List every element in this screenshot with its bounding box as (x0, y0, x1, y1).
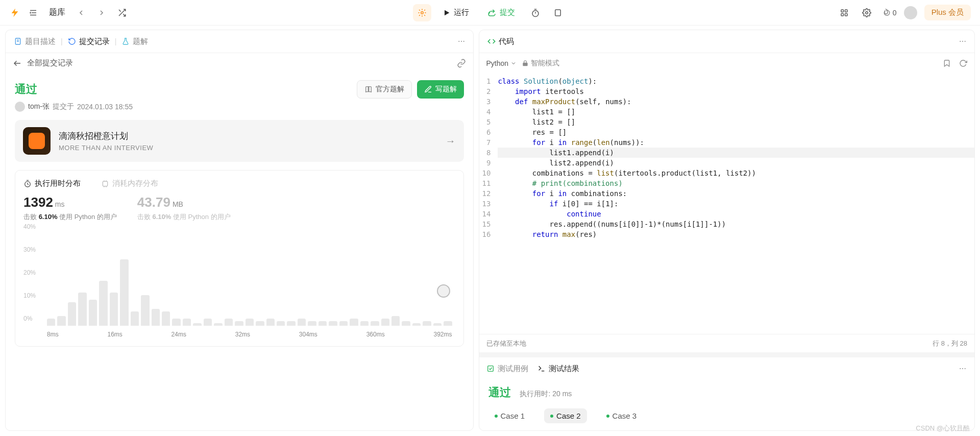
history-icon (68, 37, 76, 45)
histogram-bar[interactable] (214, 323, 222, 326)
histogram-bar[interactable] (318, 321, 327, 326)
official-solution-button[interactable]: 官方题解 (357, 80, 412, 99)
histogram-bar[interactable] (235, 321, 243, 326)
code-editor[interactable]: 12345678910111213141516 class Solution(o… (479, 73, 974, 334)
submitter-name[interactable]: tom-张 (28, 102, 50, 111)
histogram-bar[interactable] (162, 311, 170, 326)
results-more-icon[interactable]: ⋯ (959, 365, 967, 373)
histogram-bar[interactable] (423, 321, 431, 326)
histogram-bar[interactable] (266, 319, 275, 326)
language-selector[interactable]: Python (486, 59, 517, 67)
code-tab-label: 代码 (499, 37, 514, 46)
streak-indicator[interactable]: 0 (881, 8, 897, 17)
shuffle-icon[interactable] (114, 5, 130, 21)
tab-description[interactable]: 题目描述 (13, 35, 57, 49)
promo-card[interactable]: 滴滴秋招橙意计划 MORE THAN AN INTERVIEW → (15, 120, 464, 162)
left-more-icon[interactable]: ⋯ (458, 37, 466, 45)
histogram-bar[interactable] (183, 319, 191, 326)
tab-results-label: 测试结果 (549, 364, 579, 374)
case-tab[interactable]: Case 1 (488, 408, 531, 423)
cursor-position: 行 8，列 28 (933, 339, 967, 348)
logo-icon[interactable] (9, 7, 20, 18)
tab-testcases[interactable]: 测试用例 (486, 364, 528, 374)
stats-tab-memory-label: 消耗内存分布 (112, 179, 158, 188)
histogram-bar[interactable] (360, 321, 369, 326)
histogram-bar[interactable] (193, 323, 201, 326)
code-more-icon[interactable]: ⋯ (959, 37, 967, 45)
debug-icon[interactable] (413, 4, 431, 21)
histogram-bar[interactable] (412, 323, 421, 326)
plus-button[interactable]: Plus 会员 (924, 5, 971, 20)
histogram-bar[interactable] (277, 321, 285, 326)
histogram-bar[interactable] (204, 319, 212, 326)
y-tick: 30% (23, 246, 36, 253)
svg-marker-7 (445, 10, 449, 15)
tab-code[interactable]: 代码 (486, 35, 515, 49)
histogram-bar[interactable] (391, 316, 400, 326)
svg-rect-23 (103, 181, 107, 186)
histogram-bar[interactable] (89, 300, 97, 326)
timer-icon[interactable] (526, 4, 545, 21)
histogram-bar[interactable] (99, 281, 107, 326)
run-label: 运行 (454, 8, 469, 17)
histogram-bar[interactable] (256, 321, 264, 326)
problems-link[interactable]: 题库 (46, 5, 68, 21)
histogram-bar[interactable] (47, 319, 55, 326)
case-tab[interactable]: Case 2 (544, 408, 587, 423)
runtime-unit: ms (55, 200, 65, 208)
histogram-bar[interactable] (287, 321, 295, 326)
tab-submissions[interactable]: 提交记录 (67, 35, 111, 49)
svg-point-16 (866, 11, 868, 14)
histogram-bar[interactable] (339, 321, 348, 326)
histogram-bar[interactable] (152, 309, 160, 326)
histogram-bar[interactable] (57, 316, 65, 326)
histogram-bar[interactable] (381, 319, 389, 326)
histogram-bar[interactable] (131, 311, 139, 326)
run-button[interactable]: 运行 (435, 4, 476, 21)
histogram-bar[interactable] (298, 319, 306, 326)
histogram-bar[interactable] (172, 319, 180, 326)
tab-solutions[interactable]: 题解 (120, 35, 149, 49)
stats-tab-memory[interactable]: 消耗内存分布 (101, 179, 158, 188)
write-solution-button[interactable]: 写题解 (417, 80, 464, 99)
histogram-bar[interactable] (141, 295, 149, 326)
tab-results[interactable]: 测试结果 (537, 364, 579, 374)
histogram-bar[interactable] (120, 259, 128, 326)
back-icon[interactable] (13, 59, 22, 68)
sidebar-toggle-icon[interactable] (26, 5, 41, 21)
prev-problem-icon[interactable] (74, 5, 89, 21)
histogram-bar[interactable] (433, 323, 442, 326)
notes-icon[interactable] (549, 4, 567, 21)
reset-icon[interactable] (959, 59, 967, 67)
histogram-bar[interactable] (402, 321, 410, 326)
smart-mode[interactable]: 智能模式 (522, 59, 559, 68)
status-badge: 通过 (15, 82, 37, 97)
histogram-bar[interactable] (110, 293, 118, 326)
status-dot-icon (606, 415, 609, 418)
histogram-bar[interactable] (78, 293, 86, 326)
link-icon[interactable] (457, 59, 466, 68)
next-problem-icon[interactable] (94, 5, 109, 21)
stats-tab-runtime[interactable]: 执行用时分布 (23, 179, 81, 188)
streak-count: 0 (893, 9, 897, 17)
case-tab[interactable]: Case 3 (600, 408, 643, 423)
submit-label: 提交 (500, 8, 515, 17)
histogram-bar[interactable] (444, 321, 452, 326)
histogram-bar[interactable] (68, 302, 76, 326)
status-dot-icon (495, 415, 498, 418)
promo-subtitle: MORE THAN AN INTERVIEW (59, 144, 153, 152)
settings-icon[interactable] (859, 5, 874, 21)
apps-icon[interactable] (837, 5, 852, 21)
histogram-bar[interactable] (246, 319, 254, 326)
user-avatar[interactable] (904, 6, 917, 19)
left-scroll-area[interactable]: 通过 官方题解 写题解 tom-张 提 (6, 73, 473, 430)
histogram-bar[interactable] (225, 319, 233, 326)
svg-rect-14 (841, 13, 844, 16)
histogram-bar[interactable] (308, 321, 316, 326)
user-marker-icon (437, 284, 450, 298)
submit-button[interactable]: 提交 (480, 4, 522, 21)
histogram-bar[interactable] (329, 321, 337, 326)
bookmark-icon[interactable] (943, 59, 951, 67)
histogram-bar[interactable] (371, 321, 379, 326)
histogram-bar[interactable] (350, 319, 358, 326)
